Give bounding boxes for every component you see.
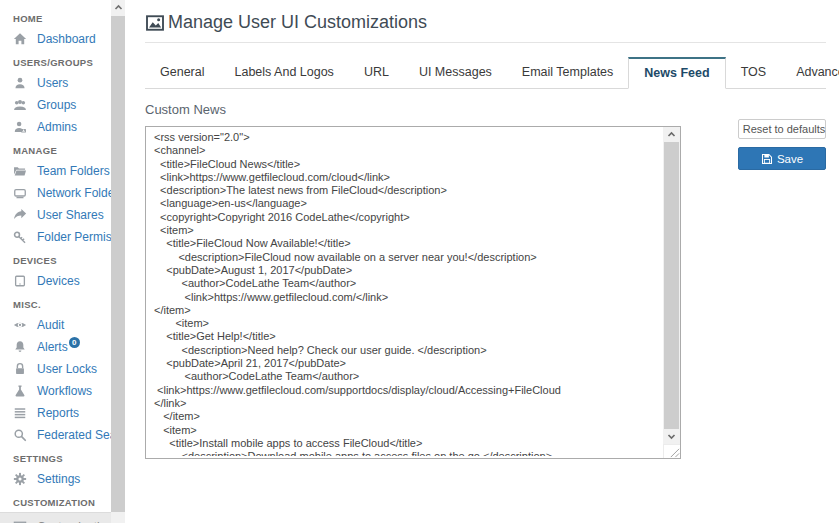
chevron-down-icon <box>667 432 676 441</box>
sidebar-section-manage: MANAGE <box>0 138 111 160</box>
sidebar-nav: HOME Dashboard USERS/GROUPS Users Groups… <box>0 0 111 523</box>
sidebar-item-label: Reports <box>37 406 79 420</box>
search-icon <box>13 428 27 442</box>
tab-news-feed[interactable]: News Feed <box>628 57 725 89</box>
chevron-up-icon <box>114 3 123 12</box>
sidebar-item-devices[interactable]: Devices <box>0 270 111 292</box>
sidebar-section-settings: SETTINGS <box>0 446 111 468</box>
editor-scrollbar[interactable] <box>663 127 680 444</box>
sidebar-item-label: User Locks <box>37 362 97 376</box>
sidebar-item-network-folders[interactable]: Network Folders <box>0 182 111 204</box>
save-button-label: Save <box>777 153 803 165</box>
sidebar-item-label: Groups <box>37 98 76 112</box>
tab-advanced[interactable]: Advanced <box>781 57 839 88</box>
sidebar-item-audit[interactable]: Audit <box>0 314 111 336</box>
custom-news-editor: <rss version="2.0"> <channel> <title>Fil… <box>145 126 681 459</box>
sidebar-item-user-shares[interactable]: User Shares <box>0 204 111 226</box>
sidebar-scrollbar[interactable] <box>111 0 125 523</box>
save-icon <box>761 153 773 165</box>
alerts-count-badge: 0 <box>69 337 80 348</box>
sidebar-item-users[interactable]: Users <box>0 72 111 94</box>
sidebar-item-label: Workflows <box>37 384 92 398</box>
sidebar-item-label: Federated Search <box>37 428 111 442</box>
main-content: Manage User UI Customizations General La… <box>125 0 839 523</box>
image-icon <box>13 520 27 523</box>
device-icon <box>13 274 27 288</box>
sidebar-item-groups[interactable]: Groups <box>0 94 111 116</box>
reset-button-label: Reset to defaults <box>743 123 826 135</box>
page-header: Manage User UI Customizations <box>145 0 826 43</box>
scroll-up-button[interactable] <box>663 127 680 142</box>
sidebar-scrollbar-thumb[interactable] <box>111 16 125 512</box>
tab-ui-messages[interactable]: UI Messages <box>404 57 507 88</box>
sidebar-item-workflows[interactable]: Workflows <box>0 380 111 402</box>
sidebar-section-users-groups: USERS/GROUPS <box>0 50 111 72</box>
custom-news-textarea[interactable]: <rss version="2.0"> <channel> <title>Fil… <box>146 127 662 456</box>
sidebar-item-folder-permissions[interactable]: Folder Permissions <box>0 226 111 248</box>
admin-user-icon <box>13 120 27 134</box>
sidebar-item-user-locks[interactable]: User Locks <box>0 358 111 380</box>
sidebar-item-label: Folder Permissions <box>37 230 111 244</box>
sidebar-item-label: Users <box>37 76 68 90</box>
tab-url[interactable]: URL <box>349 57 404 88</box>
sidebar-item-federated-search[interactable]: Federated Search <box>0 424 111 446</box>
share-arrow-icon <box>13 208 27 222</box>
editor-scrollbar-thumb[interactable] <box>664 142 679 429</box>
action-buttons: Reset to defaults Save <box>738 119 826 170</box>
sidebar-item-label: Network Folders <box>37 186 111 200</box>
custom-news-label: Custom News <box>145 102 826 117</box>
bell-icon <box>13 340 27 354</box>
tab-general[interactable]: General <box>145 57 219 88</box>
scroll-down-button[interactable] <box>663 429 680 444</box>
tab-tos[interactable]: TOS <box>726 57 781 88</box>
flask-icon <box>13 384 27 398</box>
sidebar-item-label: Settings <box>37 472 80 486</box>
network-drive-icon <box>13 186 27 200</box>
eye-icon <box>13 318 27 332</box>
home-icon <box>13 32 27 46</box>
scroll-up-button[interactable] <box>111 0 125 15</box>
gear-icon <box>13 472 27 486</box>
tab-labels-and-logos[interactable]: Labels And Logos <box>219 57 348 88</box>
save-button[interactable]: Save <box>738 147 826 170</box>
key-icon <box>13 230 27 244</box>
sidebar-item-customization[interactable]: Customization <box>0 512 111 523</box>
sidebar-item-label: Devices <box>37 274 80 288</box>
sidebar-section-customization: CUSTOMIZATION <box>0 490 111 512</box>
sidebar-item-label: Admins <box>37 120 77 134</box>
sidebar-section-home: HOME <box>0 6 111 28</box>
sidebar-item-reports[interactable]: Reports <box>0 402 111 424</box>
sidebar-item-team-folders[interactable]: Team Folders <box>0 160 111 182</box>
resize-grip-icon <box>669 447 680 458</box>
sidebar-item-label: User Shares <box>37 208 104 222</box>
sidebar-item-label: Team Folders <box>37 164 110 178</box>
sidebar-item-label: Dashboard <box>37 32 96 46</box>
chevron-up-icon <box>667 130 676 139</box>
resize-handle[interactable] <box>663 444 680 458</box>
sidebar-item-label: Alerts <box>37 340 68 354</box>
reset-to-defaults-button[interactable]: Reset to defaults <box>738 119 826 139</box>
user-icon <box>13 76 27 90</box>
tab-email-templates[interactable]: Email Templates <box>507 57 628 88</box>
sidebar-item-settings[interactable]: Settings <box>0 468 111 490</box>
page-title: Manage User UI Customizations <box>168 12 427 33</box>
tab-bar: General Labels And Logos URL UI Messages… <box>145 57 826 89</box>
sidebar-item-admins[interactable]: Admins <box>0 116 111 138</box>
users-icon <box>13 98 27 112</box>
sidebar-section-devices: DEVICES <box>0 248 111 270</box>
folder-icon <box>13 164 27 178</box>
sidebar-item-dashboard[interactable]: Dashboard <box>0 28 111 50</box>
app-window: HOME Dashboard USERS/GROUPS Users Groups… <box>0 0 839 523</box>
sidebar-item-alerts[interactable]: Alerts 0 <box>0 336 111 358</box>
sidebar-item-label: Audit <box>37 318 64 332</box>
report-lines-icon <box>13 406 27 420</box>
sidebar-item-label: Customization <box>37 520 111 523</box>
image-icon <box>145 13 165 33</box>
sidebar: HOME Dashboard USERS/GROUPS Users Groups… <box>0 0 125 523</box>
sidebar-section-misc: MISC. <box>0 292 111 314</box>
lock-icon <box>13 362 27 376</box>
